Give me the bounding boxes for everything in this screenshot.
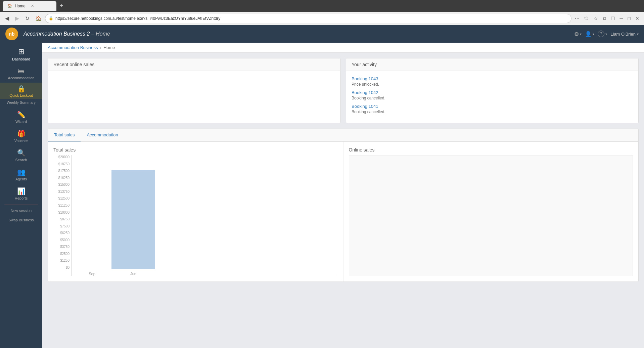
- agents-label: Agents: [15, 177, 27, 181]
- app-logo: nb: [5, 28, 18, 40]
- breadcrumb: Accommodation Business › Home: [42, 43, 644, 53]
- activity-item-1041: Booking 1041 Booking cancelled.: [352, 104, 633, 114]
- sidebar-item-swap-business[interactable]: Swap Business: [0, 215, 42, 225]
- new-tab-button[interactable]: +: [58, 2, 65, 10]
- help-dropdown-arrow: ▾: [605, 32, 607, 36]
- y-label-20000: $20000: [53, 155, 70, 159]
- refresh-button[interactable]: ↻: [23, 14, 32, 23]
- agents-icon: 👥: [17, 168, 26, 176]
- sidebar-item-new-session[interactable]: New session: [0, 206, 42, 215]
- total-sales-chart: Total sales $20000 $18750 $17500 $16250 …: [48, 142, 343, 281]
- sidebar-item-accommodation[interactable]: 🛏 Accommodation: [0, 64, 42, 83]
- settings-button[interactable]: ⚙ ▾: [574, 31, 582, 37]
- browser-maximize-icon[interactable]: □: [626, 14, 633, 23]
- booking-1041-link[interactable]: Booking 1041: [352, 104, 633, 109]
- help-button[interactable]: ? ▾: [598, 31, 607, 37]
- your-activity-title: Your activity: [352, 62, 377, 67]
- accommodation-icon: 🛏: [18, 67, 25, 75]
- y-label-12500: $12500: [53, 197, 70, 200]
- tab-accommodation[interactable]: Accommodation: [81, 129, 124, 141]
- booking-1043-desc: Price unlocked.: [352, 82, 633, 87]
- y-label-10000: $10000: [53, 211, 70, 214]
- bar-chart-container: $20000 $18750 $17500 $16250 $15000 $1375…: [53, 155, 338, 276]
- activity-item-1043: Booking 1043 Price unlocked.: [352, 76, 633, 87]
- bar-label-sep: Sep: [89, 272, 95, 276]
- address-bar-container[interactable]: 🔒 https://secure.netbookings.com.au/test…: [45, 14, 571, 23]
- reports-icon: 📊: [17, 187, 26, 195]
- browser-star-icon[interactable]: ☆: [592, 14, 600, 23]
- breadcrumb-separator: ›: [100, 45, 101, 50]
- sidebar-item-reports[interactable]: 📊 Reports: [0, 184, 42, 203]
- tab-total-sales[interactable]: Total sales: [48, 129, 81, 141]
- app: nb Accommodation Business 2 – Home ⚙ ▾ 👤…: [0, 25, 644, 348]
- recent-sales-body: [48, 71, 340, 98]
- tab-title: Home: [15, 4, 26, 8]
- sidebar-item-quick-lockout[interactable]: 🔒 Quick Lockout: [0, 83, 42, 99]
- settings-dropdown-arrow: ▾: [580, 32, 582, 36]
- online-sales-chart-title: Online sales: [349, 147, 633, 153]
- dashboard-content: Recent online sales Your activity Bookin…: [42, 53, 644, 287]
- bar-label-jun: Jun: [130, 272, 136, 276]
- y-label-0: $0: [53, 266, 70, 269]
- logo-text: nb: [9, 31, 14, 37]
- y-label-3750: $3750: [53, 245, 70, 249]
- browser-close-icon[interactable]: ✕: [633, 14, 641, 23]
- bar-jun: [111, 170, 155, 269]
- business-name: Accommodation Business 2: [24, 31, 90, 37]
- swap-business-label: Swap Business: [8, 218, 34, 222]
- search-icon: 🔍: [17, 149, 26, 157]
- browser-shield-icon[interactable]: 🛡: [582, 14, 591, 23]
- y-label-5000: $5000: [53, 238, 70, 242]
- y-label-18750: $18750: [53, 162, 70, 166]
- online-sales-chart: Online sales: [343, 142, 639, 281]
- online-sales-chart-body: [349, 155, 633, 276]
- browser-tabs-icon[interactable]: ☐: [609, 14, 617, 23]
- quick-lockout-icon: 🔒: [17, 85, 26, 93]
- activity-item-1042: Booking 1042 Booking cancelled.: [352, 90, 633, 100]
- sidebar-item-agents[interactable]: 👥 Agents: [0, 165, 42, 184]
- your-activity-header: Your activity: [346, 58, 638, 71]
- browser-chrome: 🏠 Home ✕ +: [0, 0, 644, 12]
- your-activity-body: Booking 1043 Price unlocked. Booking 104…: [346, 71, 638, 123]
- sidebar-item-voucher[interactable]: 🎁 Voucher: [0, 126, 42, 145]
- user-name-button[interactable]: Liam O'Brien ▾: [610, 32, 639, 37]
- voucher-label: Voucher: [14, 139, 28, 143]
- wizard-label: Wizard: [15, 120, 27, 124]
- y-label-8750: $8750: [53, 217, 70, 221]
- y-label-7500: $7500: [53, 224, 70, 228]
- sidebar-item-search[interactable]: 🔍 Search: [0, 145, 42, 165]
- total-sales-chart-title: Total sales: [53, 147, 338, 153]
- ssl-lock-icon: 🔒: [49, 16, 53, 20]
- page-title: Home: [96, 31, 110, 37]
- top-row: Recent online sales Your activity Bookin…: [48, 58, 639, 123]
- search-label: Search: [15, 158, 27, 162]
- voucher-icon: 🎁: [17, 130, 26, 138]
- charts-row: Total sales $20000 $18750 $17500 $16250 …: [48, 142, 638, 281]
- sidebar-item-dashboard[interactable]: ⊞ Dashboard: [0, 44, 42, 64]
- sidebar-item-weekly-summary[interactable]: Weekly Summary: [0, 99, 42, 107]
- back-button[interactable]: ◀: [3, 14, 11, 23]
- booking-1041-desc: Booking cancelled.: [352, 110, 633, 114]
- tab-close-icon[interactable]: ✕: [31, 4, 34, 8]
- app-title: Accommodation Business 2 – Home: [24, 31, 110, 37]
- browser-minimize-icon[interactable]: ─: [618, 14, 625, 23]
- browser-menu-icon[interactable]: ⋯: [573, 14, 582, 23]
- home-button[interactable]: 🏠: [33, 14, 44, 23]
- booking-1042-link[interactable]: Booking 1042: [352, 90, 633, 95]
- booking-1043-link[interactable]: Booking 1043: [352, 76, 633, 81]
- forward-button[interactable]: ▶: [13, 14, 21, 23]
- quick-lockout-label: Quick Lockout: [9, 93, 33, 97]
- y-label-2500: $2500: [53, 252, 70, 256]
- help-icon: ?: [598, 31, 604, 37]
- browser-extensions-icon[interactable]: ⧉: [601, 14, 608, 23]
- sidebar-item-wizard[interactable]: ✏️ Wizard: [0, 107, 42, 126]
- y-label-15000: $15000: [53, 183, 70, 186]
- user-dropdown-arrow: ▾: [593, 32, 594, 36]
- header-icons: ⚙ ▾ 👤 ▾ ? ▾ Liam O'Brien ▾: [574, 31, 639, 37]
- user-name-label: Liam O'Brien: [610, 32, 636, 37]
- main-area: ⊞ Dashboard 🛏 Accommodation 🔒 Quick Lock…: [0, 43, 644, 348]
- dashboard-label: Dashboard: [12, 57, 30, 61]
- browser-tab[interactable]: 🏠 Home ✕: [3, 1, 56, 11]
- breadcrumb-accommodation[interactable]: Accommodation Business: [48, 45, 98, 50]
- user-button[interactable]: 👤 ▾: [585, 31, 594, 37]
